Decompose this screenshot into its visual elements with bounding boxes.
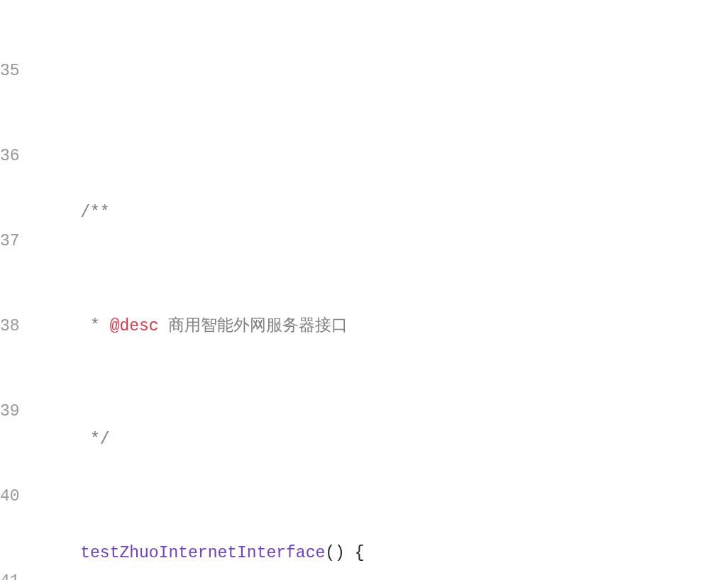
line-number: 41 [0, 567, 16, 580]
line-number-gutter: 35 36 37 38 39 40 41 42 43 44 45 46 47 4… [0, 0, 16, 580]
line-number: 40 [0, 482, 16, 511]
line-number: 37 [0, 227, 16, 255]
code-content-area[interactable]: /** * @desc 商用智能外网服务器接口 */ testZhuoInter… [16, 0, 728, 580]
code-line[interactable]: */ [41, 425, 728, 454]
doc-description: 商用智能外网服务器接口 [159, 317, 348, 335]
code-line[interactable] [41, 85, 728, 113]
function-name: testZhuoInternetInterface [80, 544, 325, 562]
code-line[interactable]: * @desc 商用智能外网服务器接口 [41, 312, 728, 340]
comment-close: */ [90, 430, 110, 449]
code-line[interactable]: testZhuoInternetInterface() { [41, 539, 728, 567]
line-number: 39 [0, 397, 16, 425]
line-number: 38 [0, 312, 16, 340]
comment-open: /** [80, 203, 109, 222]
code-line[interactable]: /** [41, 199, 728, 227]
doc-tag-desc: @desc [110, 317, 159, 335]
line-number: 35 [0, 57, 16, 85]
code-editor[interactable]: 35 36 37 38 39 40 41 42 43 44 45 46 47 4… [0, 0, 728, 580]
line-number: 36 [0, 142, 16, 170]
